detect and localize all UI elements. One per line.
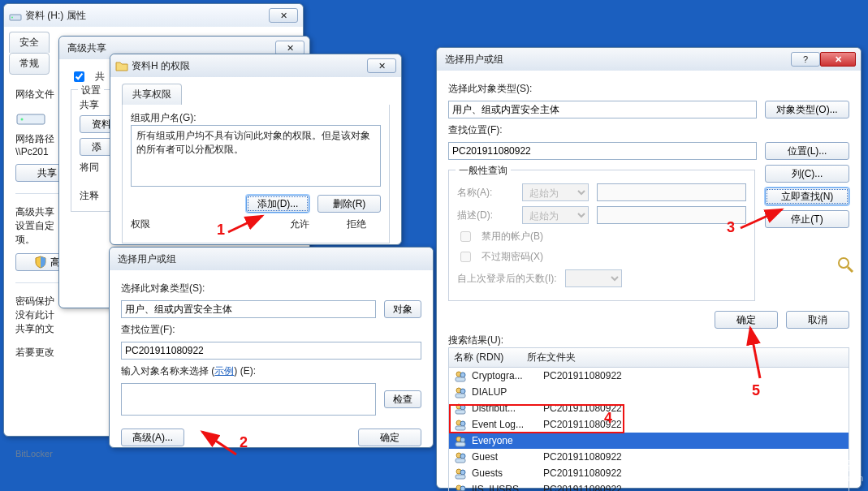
results-label: 搜索结果(U): [448,334,849,347]
stop-button[interactable]: 停止(T) [765,210,849,228]
desc-label: 描述(D): [457,209,514,222]
titlebar[interactable]: 资料 (H:) 属性 ✕ [4,4,303,27]
group-icon [454,434,467,447]
perm-label: 权限 [131,218,201,231]
result-folder: PC201911080922 [543,419,844,430]
perm-allow: 允许 [275,218,324,231]
folder-icon [115,59,128,72]
lookup-field[interactable] [448,142,757,160]
svg-point-28 [460,486,465,491]
titlebar[interactable]: 资料H 的权限 ✕ [110,54,401,77]
type-field[interactable] [448,101,757,118]
object-type-button[interactable]: 对象类型(O)... [765,101,849,118]
cancel-button[interactable]: 取消 [786,311,849,329]
share-checkbox[interactable] [74,71,84,82]
close-button[interactable]: ✕ [269,8,298,23]
svg-point-22 [460,454,465,459]
svg-point-19 [460,437,465,442]
columns-button[interactable]: 列(C)... [765,165,849,183]
col-name[interactable]: 名称 (RDN) [454,351,527,364]
close-button[interactable]: ✕ [820,52,856,67]
result-name: Guests [472,467,538,479]
result-row[interactable]: Cryptogra...PC201911080922 [449,368,849,384]
location-button[interactable]: 位置(L)... [765,142,849,160]
group-icon [454,418,467,431]
result-row[interactable]: Everyone [449,433,849,449]
svg-point-16 [460,421,465,426]
advanced-button[interactable]: 高级(A)... [121,429,184,446]
svg-rect-8 [456,377,465,381]
svg-rect-26 [456,475,465,479]
svg-rect-23 [456,459,465,463]
shield-icon [34,256,47,269]
results-list[interactable]: Cryptogra...PC201911080922DIALUPDistribu… [448,368,849,491]
tab-safety[interactable]: 安全 [9,32,50,53]
svg-point-10 [460,389,465,394]
result-folder: PC201911080922 [543,370,844,381]
result-folder: PC201911080922 [543,403,844,414]
group-user-list[interactable]: 所有组或用户均不具有访问此对象的权限。但是该对象的所有者可以分配权限。 [131,125,381,187]
result-row[interactable]: DIALUP [449,384,849,400]
result-row[interactable]: Distribut...PC201911080922 [449,400,849,416]
group-user-label: 组或用户名(G): [131,111,381,125]
result-row[interactable]: IIS_IUSRSPC201911080922 [449,481,849,491]
result-row[interactable]: Event Log...PC201911080922 [449,416,849,433]
result-row[interactable]: GuestPC201911080922 [449,449,849,465]
svg-point-13 [460,405,465,410]
result-folder: PC201911080922 [543,451,844,463]
find-now-button[interactable]: 立即查找(N) [765,187,849,205]
result-folder: PC201911080922 [543,467,844,479]
lookup-loc-label: 查找位置(F): [121,323,421,337]
type-field[interactable] [121,300,376,318]
ok-button[interactable]: 确定 [715,311,778,329]
select-user-advanced-window: 选择用户或组 ? ✕ 选择此对象类型(S): 对象类型(O)... 查找位置(F… [436,47,862,489]
titlebar[interactable]: 选择用户或组 ? ✕ [437,48,861,71]
sel-type-label: 选择此对象类型(S): [448,82,849,96]
pw-line3: 若要更改 [15,347,54,358]
example-link[interactable]: 示例 [214,365,234,377]
sel-type-label: 选择此对象类型(S): [121,282,421,295]
check-names-button[interactable]: 检查 [384,390,421,408]
result-name: Distribut... [472,403,538,414]
result-folder: PC201911080922 [543,484,844,491]
svg-rect-17 [456,426,465,430]
lookup-loc-label: 查找位置(F): [448,123,849,137]
svg-point-3 [21,118,24,121]
svg-point-4 [839,258,849,268]
group-icon [454,402,467,415]
group-icon [454,385,467,398]
svg-point-1 [11,17,13,19]
result-name: Event Log... [472,419,538,430]
perm-deny: 拒绝 [332,218,381,231]
settings-legend: 设置 [78,84,104,97]
group-icon [454,483,467,491]
name-label: 名称(A): [457,186,514,200]
add-button[interactable]: 添 [80,138,114,156]
close-button[interactable]: ✕ [367,58,396,73]
svg-line-5 [848,267,853,272]
remove-user-button[interactable]: 删除(R) [317,195,381,213]
ok-button[interactable]: 确定 [358,429,421,446]
results-header[interactable]: 名称 (RDN) 所在文件夹 [448,347,849,368]
desc-input [597,206,746,224]
names-input[interactable] [121,383,376,416]
help-button[interactable]: ? [791,52,820,67]
name-input [597,183,746,201]
tab-general[interactable]: 常规 [9,53,50,75]
titlebar[interactable]: 选择用户或组 [110,248,433,270]
col-folder[interactable]: 所在文件夹 [527,351,844,364]
object-type-button[interactable]: 对象 [384,300,421,318]
group-icon [454,369,467,382]
window-title: 选择用户或组 [118,252,428,266]
desc-mode-select: 起始为 [522,206,589,224]
name-mode-select: 起始为 [522,183,589,201]
lookup-field[interactable] [121,342,421,360]
result-row[interactable]: GuestsPC201911080922 [449,465,849,481]
window-title: 资料H 的权限 [132,59,364,73]
tab-share-permissions[interactable]: 共享权限 [122,84,182,105]
svg-point-25 [460,470,465,475]
disabled-acct-checkbox: 禁用的帐户(B) [457,229,746,244]
add-user-button[interactable]: 添加(D)... [246,195,309,213]
result-name: Cryptogra... [472,370,538,381]
svg-rect-14 [456,410,465,414]
